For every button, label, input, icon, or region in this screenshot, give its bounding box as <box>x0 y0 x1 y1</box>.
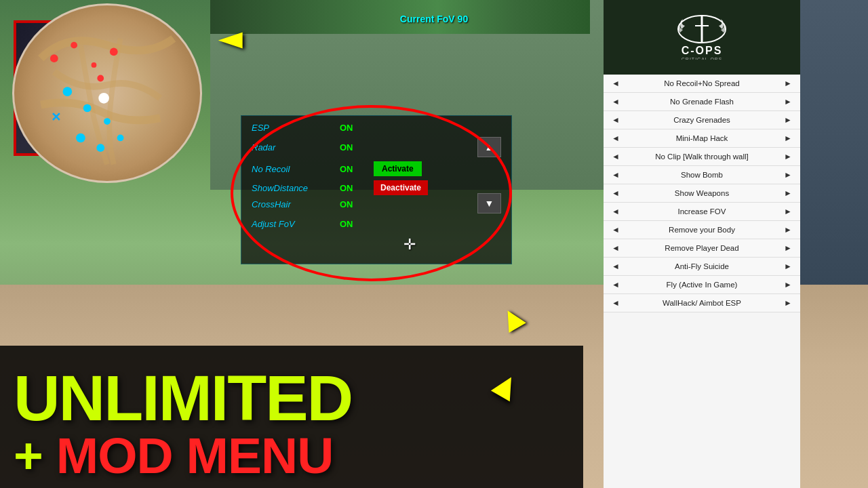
arrow-right-icon: ► <box>784 152 792 161</box>
radar-label: Radar <box>252 142 340 152</box>
arrow-right-icon: ► <box>784 115 792 125</box>
right-panel-item[interactable]: ◄ Show Bomb ► <box>604 166 800 184</box>
mod-menu-row-fov: Adjust FoV ON ▼ <box>252 214 501 234</box>
arrow-left-icon: ◄ <box>612 134 620 143</box>
mod-menu-row-crosshair: CrossHair ON <box>252 199 501 209</box>
right-panel-header: C-OPS CRITICAL OPS <box>604 0 800 75</box>
arrow-left-icon: ◄ <box>612 298 620 308</box>
item-text: WallHack/ Aimbot ESP <box>620 299 784 307</box>
right-panel-item[interactable]: ◄ No Grenade Flash ► <box>604 93 800 111</box>
arrow-right-icon: ► <box>784 298 792 308</box>
item-text: No Grenade Flash <box>620 98 784 106</box>
right-panel-item[interactable]: ◄ Anti-Fly Suicide ► <box>604 258 800 276</box>
adjust-fov-value: ON <box>340 219 367 229</box>
arrow-left-icon: ◄ <box>612 170 620 180</box>
arrow-left-icon: ◄ <box>612 115 620 125</box>
item-text: Remove Player Dead <box>620 244 784 252</box>
plus-sign: + <box>14 427 43 484</box>
fov-display: Current FoV 90 <box>400 14 468 24</box>
arrow-right-icon: ► <box>784 225 792 235</box>
mod-menu-row-radar: Radar ON ▲ <box>252 137 501 157</box>
no-recoil-value: ON <box>340 164 367 174</box>
right-panel-item[interactable]: ◄ WallHack/ Aimbot ESP ► <box>604 294 800 312</box>
arrow-left-icon: ◄ <box>612 188 620 198</box>
arrow-right-icon: ► <box>784 280 792 289</box>
arrow-left-icon: ◄ <box>612 97 620 106</box>
right-panel-items: ◄ No Recoil+No Spread ► ◄ No Grenade Fla… <box>604 75 800 488</box>
svg-point-4 <box>109 48 117 56</box>
arrow-right-icon: ► <box>784 188 792 198</box>
svg-point-12 <box>98 93 109 104</box>
svg-point-7 <box>83 104 91 113</box>
crosshair-label: CrossHair <box>252 199 340 209</box>
item-text: Crazy Grenades <box>620 116 784 124</box>
svg-text:✕: ✕ <box>50 110 60 124</box>
right-panel-item[interactable]: ◄ Fly (Active In Game) ► <box>604 276 800 294</box>
show-distance-label: ShowDistance <box>252 183 340 193</box>
svg-point-9 <box>76 134 85 143</box>
arrow-left-icon: ◄ <box>612 79 620 88</box>
arrow-up-button[interactable]: ▲ <box>477 137 501 157</box>
arrow-right-icon: ► <box>784 262 792 271</box>
no-recoil-label: No Recoil <box>252 164 340 174</box>
arrow-right-icon: ► <box>784 79 792 88</box>
svg-point-10 <box>96 144 104 152</box>
right-panel-item[interactable]: ◄ Show Weapons ► <box>604 184 800 203</box>
esp-label: ESP <box>252 123 340 133</box>
mod-menu-bottom-text: + MOD MENU <box>14 430 333 481</box>
arrow-left-icon: ◄ <box>612 152 620 161</box>
item-text: Increase FOV <box>620 207 784 216</box>
right-panel-item[interactable]: ◄ Remove your Body ► <box>604 221 800 239</box>
esp-value: ON <box>340 123 367 133</box>
minimap: ⏸ ··· ✕ <box>12 3 202 183</box>
mod-menu-label: MOD MENU <box>56 427 334 484</box>
svg-point-5 <box>97 75 104 82</box>
svg-point-3 <box>91 62 96 68</box>
svg-text:CRITICAL OPS: CRITICAL OPS <box>682 57 722 60</box>
yellow-arrow-left-icon: ◄ <box>210 24 250 54</box>
item-text: Fly (Active In Game) <box>620 281 784 289</box>
arrow-left-icon: ◄ <box>612 262 620 271</box>
mod-menu-panel: ESP ON Radar ON ▲ No Recoil ON Activate … <box>241 115 512 264</box>
cops-logo-svg: C-OPS CRITICAL OPS <box>675 12 729 60</box>
arrow-left-icon: ◄ <box>612 207 620 216</box>
svg-point-2 <box>71 42 77 49</box>
adjust-fov-label: Adjust FoV <box>252 219 340 229</box>
radar-value: ON <box>340 142 367 152</box>
item-text: No Clip [Walk through wall] <box>620 152 784 161</box>
show-distance-value: ON <box>340 183 367 193</box>
right-panel-item[interactable]: ◄ Remove Player Dead ► <box>604 239 800 258</box>
right-panel-item[interactable]: ◄ Mini-Map Hack ► <box>604 129 800 148</box>
right-panel: C-OPS CRITICAL OPS ◄ No Recoil+No Spread… <box>604 0 800 488</box>
arrow-right-icon: ► <box>784 170 792 180</box>
right-panel-item[interactable]: ◄ No Clip [Walk through wall] ► <box>604 148 800 166</box>
right-panel-item[interactable]: ◄ No Recoil+No Spread ► <box>604 75 800 93</box>
minimap-svg: ✕ <box>14 5 200 181</box>
arrow-right-icon: ► <box>784 134 792 143</box>
svg-point-6 <box>62 87 72 96</box>
right-panel-item[interactable]: ◄ Increase FOV ► <box>604 203 800 221</box>
svg-point-1 <box>50 54 58 62</box>
mod-menu-row-esp: ESP ON <box>252 123 501 133</box>
item-text: Mini-Map Hack <box>620 134 784 142</box>
right-panel-item[interactable]: ◄ Crazy Grenades ► <box>604 111 800 129</box>
arrow-right-icon: ► <box>784 243 792 253</box>
svg-point-11 <box>117 135 123 142</box>
mod-menu-row-show-distance: ShowDistance ON Deactivate <box>252 180 501 195</box>
arrow-right-icon: ► <box>784 97 792 106</box>
arrow-left-icon: ◄ <box>612 225 620 235</box>
arrow-left-icon: ◄ <box>612 243 620 253</box>
item-text: Remove your Body <box>620 226 784 234</box>
arrow-down-button[interactable]: ▼ <box>477 193 501 214</box>
activate-button[interactable]: Activate <box>374 161 422 176</box>
item-text: Show Weapons <box>620 189 784 197</box>
deactivate-button[interactable]: Deactivate <box>374 180 428 195</box>
svg-point-8 <box>104 118 111 125</box>
crosshair-hud: ✛ <box>403 237 416 252</box>
item-text: Anti-Fly Suicide <box>620 262 784 270</box>
item-text: Show Bomb <box>620 171 784 179</box>
arrow-right-icon: ► <box>784 207 792 216</box>
minimap-container: ⏸ ··· ✕ <box>3 3 210 186</box>
svg-text:C-OPS: C-OPS <box>682 45 723 56</box>
arrow-left-icon: ◄ <box>612 280 620 289</box>
